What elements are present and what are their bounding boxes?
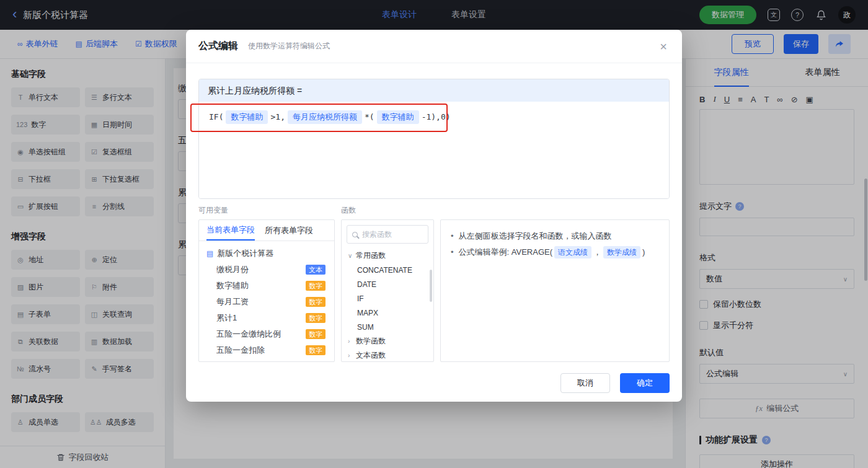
variable-name: 数字辅助 <box>216 280 249 291</box>
example-text: ) <box>642 247 645 257</box>
dialog-subtitle: 使用数学运算符编辑公式 <box>248 41 330 51</box>
tab-all-form-fields[interactable]: 所有表单字段 <box>265 220 313 241</box>
function-search[interactable] <box>347 225 428 244</box>
chevron-down-icon: ∨ <box>348 252 353 259</box>
formula-edit-dialog: 公式编辑 使用数学运算符编辑公式 × 累计上月应纳税所得额 = IF(数字辅助>… <box>186 30 682 402</box>
example-field-pill: 语文成绩 <box>554 246 591 258</box>
form-icon: ▤ <box>206 249 213 258</box>
variable-name: 五险一金缴纳比例 <box>216 329 281 340</box>
function-item[interactable]: DATE <box>342 277 433 291</box>
function-group-text[interactable]: › 文本函数 <box>342 348 433 362</box>
type-badge: 数字 <box>306 329 326 339</box>
variable-row[interactable]: 缴税月份 文本 <box>199 262 334 278</box>
type-badge: 数字 <box>306 345 326 355</box>
app: ‹ 新版个税计算器 表单设计 表单设置 数据管理 文 ? 政 ∞ 表单外链 ▤ … <box>0 0 868 468</box>
formula-editor: 累计上月应纳税所得额 = IF(数字辅助>1,每月应纳税所得额*(数字辅助-1)… <box>198 79 670 199</box>
function-item[interactable]: IF <box>342 291 433 306</box>
formula-input[interactable]: IF(数字辅助>1,每月应纳税所得额*(数字辅助-1),0) <box>199 102 669 198</box>
function-search-input[interactable] <box>362 230 423 239</box>
form-node-label: 新版个税计算器 <box>217 248 273 259</box>
function-group-common[interactable]: ∨ 常用函数 <box>342 249 433 263</box>
function-group-math[interactable]: › 数学函数 <box>342 334 433 348</box>
formula-token: *( <box>365 112 374 121</box>
formula-field-pill: 数字辅助 <box>226 110 268 124</box>
variable-row[interactable]: 数字辅助 数字 <box>199 278 334 294</box>
help-tip: 从左侧面板选择字段名和函数，或输入函数 <box>459 228 612 244</box>
variable-row[interactable]: 五险一金扣除 数字 <box>199 342 334 358</box>
function-item[interactable]: CONCATENATE <box>342 263 433 277</box>
formula-target-field: 累计上月应纳税所得额 = <box>199 79 669 102</box>
variables-label: 可用变量 <box>198 205 341 216</box>
chevron-right-icon: › <box>348 338 353 345</box>
tab-current-form-fields[interactable]: 当前表单字段 <box>206 220 255 241</box>
form-node[interactable]: ▤ 新版个税计算器 <box>199 245 334 262</box>
example-text: ， <box>593 247 601 257</box>
help-example: 公式编辑举例: AVERAGE(语文成绩，数学成绩) <box>459 244 645 260</box>
formula-field-pill: 每月应纳税所得额 <box>288 110 362 124</box>
formula-token: >1, <box>270 112 285 121</box>
function-item[interactable]: MAPX <box>342 306 433 320</box>
type-badge: 数字 <box>306 297 326 307</box>
formula-token: -1),0) <box>422 112 451 121</box>
type-badge: 数字 <box>306 313 326 323</box>
functions-label: 函数 <box>341 205 356 216</box>
function-group-label: 常用函数 <box>356 250 386 261</box>
function-group-label: 数学函数 <box>356 336 386 347</box>
formula-field-pill: 数字辅助 <box>377 110 419 124</box>
type-badge: 数字 <box>306 281 326 291</box>
variable-row[interactable]: 每月工资 数字 <box>199 294 334 310</box>
type-badge: 文本 <box>306 265 326 275</box>
variable-name: 缴税月份 <box>216 264 249 275</box>
variable-name: 累计1 <box>216 312 237 324</box>
variable-name: 每月工资 <box>216 296 249 307</box>
confirm-button[interactable]: 确定 <box>620 373 670 393</box>
function-item[interactable]: SUM <box>342 320 433 334</box>
chevron-right-icon: › <box>348 352 353 359</box>
variables-panel: 当前表单字段 所有表单字段 ▤ 新版个税计算器 缴税月份 文本 <box>198 219 335 362</box>
variable-name: 五险一金扣除 <box>216 345 265 356</box>
variable-row[interactable]: 五险一金缴纳比例 数字 <box>199 326 334 342</box>
formula-token: IF( <box>209 112 223 121</box>
help-panel: 从左侧面板选择字段名和函数，或输入函数 公式编辑举例: AVERAGE(语文成绩… <box>440 219 670 362</box>
close-icon[interactable]: × <box>660 40 667 53</box>
functions-panel: ∨ 常用函数 CONCATENATE DATE IF MAPX SUM › 数学… <box>341 219 434 362</box>
variable-row[interactable]: 累计1 数字 <box>199 310 334 326</box>
search-icon <box>352 232 358 237</box>
function-group-label: 文本函数 <box>356 350 386 361</box>
scrollbar[interactable] <box>430 270 432 302</box>
example-text: 公式编辑举例: AVERAGE( <box>459 247 552 257</box>
example-field-pill: 数学成绩 <box>603 246 640 258</box>
cancel-button[interactable]: 取消 <box>560 373 610 393</box>
dialog-title: 公式编辑 <box>198 40 238 53</box>
